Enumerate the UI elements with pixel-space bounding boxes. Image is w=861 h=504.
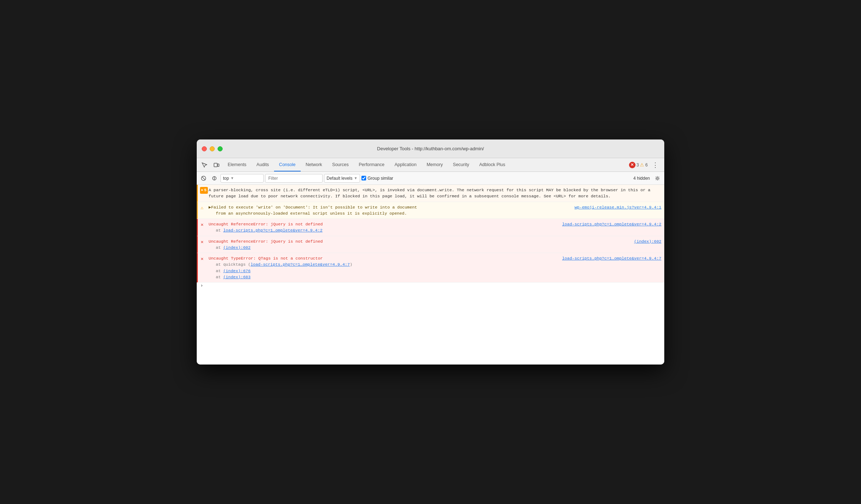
tab-memory[interactable]: Memory (422, 158, 448, 171)
console-entry-qtags-error: ✕ load-scripts.php?c=1…omplete&ver=4.9.4… (197, 253, 664, 283)
group-similar-checkbox[interactable] (361, 176, 366, 180)
inspect-element-button[interactable] (198, 158, 210, 171)
svg-rect-0 (214, 163, 217, 167)
maximize-button[interactable] (218, 146, 223, 151)
tab-adblock[interactable]: Adblock Plus (474, 158, 510, 171)
tab-performance[interactable]: Performance (354, 158, 390, 171)
warn-count: 6 (645, 162, 648, 168)
entry-at-2: at (index):602 (216, 244, 661, 251)
log-levels-button[interactable]: Default levels ▼ (324, 174, 360, 183)
entry-source-load-scripts[interactable]: load-scripts.php?c=1…omplete&ver=4.9.4:2 (562, 221, 661, 227)
group-similar-label: Group similar (368, 176, 393, 181)
error-icon-1: ✕ (201, 221, 204, 229)
entry-at-link-1[interactable]: load-scripts.php?c=1…omplete&ver=4.9.4:2 (223, 228, 323, 233)
play-icon: ▶ (201, 188, 203, 193)
tab-network[interactable]: Network (301, 158, 327, 171)
entry-source-emoji[interactable]: wp-emoji-release.min.js?ver=4.9.4:1 (574, 204, 661, 210)
console-prompt: › (197, 283, 664, 288)
error-count: 3 (637, 162, 639, 168)
entry-at-3c: at (index):683 (216, 274, 661, 280)
entry-at-3a: at quicktags (load-scripts.php?c=1…omple… (216, 261, 661, 267)
tab-elements[interactable]: Elements (223, 158, 251, 171)
hidden-count: 4 hidden (633, 176, 650, 181)
svg-line-3 (202, 177, 205, 180)
settings-button[interactable] (653, 174, 662, 183)
titlebar: Developer Tools - http://kuthban-om.com/… (197, 139, 664, 158)
console-entry-jquery-error-1: ✕ load-scripts.php?c=1…omplete&ver=4.9.4… (197, 219, 664, 236)
tab-right-actions: ✕ 3 ⚠ 6 ⋮ (629, 161, 663, 169)
more-options-button[interactable]: ⋮ (650, 161, 661, 169)
context-dropdown-arrow: ▼ (231, 176, 234, 180)
tab-security[interactable]: Security (448, 158, 474, 171)
levels-label: Default levels (327, 176, 352, 181)
context-selector[interactable]: top ▼ (220, 174, 264, 183)
entry-jquery-error-text-2: Uncaught ReferenceError: jQuery is not d… (209, 238, 661, 244)
svg-point-6 (657, 177, 659, 179)
window-title: Developer Tools - http://kuthban-om.com/… (377, 146, 484, 151)
error-count-badge: ✕ (629, 162, 636, 168)
entry-at-1: at load-scripts.php?c=1…omplete&ver=4.9.… (216, 227, 661, 233)
error-icon-3: ✕ (201, 256, 204, 263)
error-badge: ✕ 3 ⚠ 6 (629, 162, 648, 168)
entry-source-qtags[interactable]: load-scripts.php?c=1…omplete&ver=4.9.4:7 (562, 255, 661, 261)
filter-input[interactable] (265, 174, 323, 183)
entry-at-link-3c[interactable]: (index):683 (223, 275, 251, 279)
minimize-button[interactable] (210, 146, 215, 151)
tab-audits[interactable]: Audits (251, 158, 274, 171)
entry-write-detail: from an asynchronously-loaded external s… (216, 210, 661, 216)
entry-count-badge: ▶ 5 (200, 187, 208, 194)
context-value: top (223, 176, 229, 181)
entry-at-link-2[interactable]: (index):602 (223, 245, 251, 250)
console-entry-write-warning: ⚠ wp-emoji-release.min.js?ver=4.9.4:1 ▶F… (197, 202, 664, 219)
clear-console-button[interactable] (199, 174, 208, 183)
console-toolbar: top ▼ Default levels ▼ Group similar 4 h… (197, 172, 664, 185)
warn-icon: ⚠ (640, 162, 644, 168)
filter-toggle-button[interactable] (210, 174, 219, 183)
console-output: ▶ 5 A parser-blocking, cross site (i.e. … (197, 185, 664, 365)
console-entry-jquery-error-2: ✕ (index):602 Uncaught ReferenceError: j… (197, 236, 664, 253)
tab-list: Elements Audits Console Network Sources … (223, 158, 510, 171)
levels-dropdown-arrow: ▼ (354, 176, 357, 180)
devtools-window: Developer Tools - http://kuthban-om.com/… (197, 139, 664, 365)
entry-source-index-602[interactable]: (index):602 (634, 238, 661, 244)
entry-at-link-3b[interactable]: (index):676 (223, 269, 251, 273)
entry-message: A parser-blocking, cross site (i.e. diff… (209, 187, 661, 200)
tab-application[interactable]: Application (390, 158, 422, 171)
svg-rect-1 (218, 164, 219, 166)
group-similar-checkbox-label[interactable]: Group similar (361, 176, 393, 181)
tab-console[interactable]: Console (274, 158, 301, 171)
entry-at-3b: at (index):676 (216, 268, 661, 274)
error-icon-2: ✕ (201, 239, 204, 246)
device-toggle-button[interactable] (210, 158, 223, 171)
console-entry-parser-warning: ▶ 5 A parser-blocking, cross site (i.e. … (197, 185, 664, 202)
close-button[interactable] (202, 146, 207, 151)
entry-at-link-3a[interactable]: load-scripts.php?c=1…omplete&ver=4.9.4:7 (251, 262, 350, 267)
tab-sources[interactable]: Sources (327, 158, 354, 171)
count-value: 5 (204, 187, 206, 193)
tabs-bar: Elements Audits Console Network Sources … (197, 158, 664, 172)
warning-icon: ⚠ (201, 205, 204, 212)
prompt-chevron-icon: › (200, 283, 203, 288)
traffic-lights (202, 146, 223, 151)
